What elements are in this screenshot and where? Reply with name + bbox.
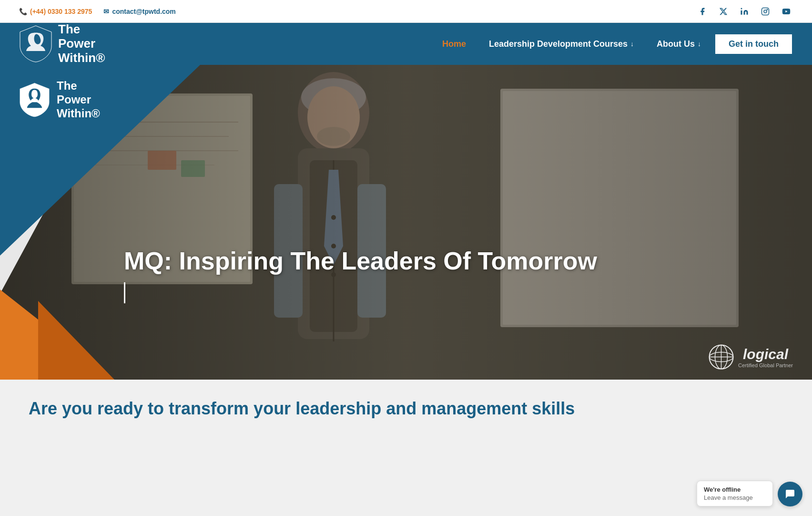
mail-icon: ✉ <box>103 8 109 15</box>
hero-logo: ThePowerWithin® <box>0 65 119 134</box>
text-cursor <box>124 282 125 303</box>
hero-content: MQ: Inspiring The Leaders Of Tomorrow <box>124 248 597 303</box>
nav-links: Home Leadership Development Courses ↓ Ab… <box>433 33 793 55</box>
logical-badge: logical Certified Global Partner <box>708 344 793 370</box>
bottom-heading: Are you ready to transform your leadersh… <box>29 399 575 419</box>
facebook-icon[interactable] <box>696 5 709 18</box>
youtube-icon[interactable] <box>780 5 793 18</box>
svg-point-0 <box>741 8 742 9</box>
nav-about[interactable]: About Us ↓ <box>647 35 710 53</box>
hero-section: ThePowerWithin® MQ: Inspiring The Leader… <box>0 65 812 380</box>
bottom-section: Are you ready to transform your leadersh… <box>0 380 812 438</box>
courses-dropdown-arrow: ↓ <box>630 40 634 48</box>
phone-number: (+44) 0330 133 2975 <box>30 8 92 15</box>
email-link[interactable]: ✉ contact@tpwtd.com <box>103 8 175 15</box>
nav-home[interactable]: Home <box>433 35 476 53</box>
svg-point-3 <box>767 9 768 10</box>
logical-subtitle: Certified Global Partner <box>738 362 793 368</box>
email-address: contact@tpwtd.com <box>112 8 175 15</box>
instagram-icon[interactable] <box>759 5 772 18</box>
contact-info: 📞 (+44) 0330 133 2975 ✉ contact@tpwtd.co… <box>19 8 176 15</box>
svg-point-2 <box>764 10 767 13</box>
social-links <box>696 5 793 18</box>
linkedin-icon[interactable] <box>738 5 751 18</box>
phone-link[interactable]: 📞 (+44) 0330 133 2975 <box>19 8 92 15</box>
top-bar: 📞 (+44) 0330 133 2975 ✉ contact@tpwtd.co… <box>0 0 812 23</box>
logo-text: The Power Within® <box>58 22 105 65</box>
logical-brand: logical <box>738 346 793 362</box>
hero-logo-shield <box>19 82 50 118</box>
hero-title: MQ: Inspiring The Leaders Of Tomorrow <box>124 248 597 275</box>
phone-icon: 📞 <box>19 8 27 15</box>
site-logo[interactable]: The Power Within® <box>19 22 105 65</box>
navigation-bar: The Power Within® Home Leadership Develo… <box>0 23 812 65</box>
x-twitter-icon[interactable] <box>717 5 730 18</box>
logical-globe-icon <box>708 344 734 370</box>
nav-courses[interactable]: Leadership Development Courses ↓ <box>479 35 643 53</box>
hero-logo-text: ThePowerWithin® <box>57 79 100 120</box>
get-in-touch-button[interactable]: Get in touch <box>714 33 793 55</box>
about-dropdown-arrow: ↓ <box>698 40 701 48</box>
svg-rect-1 <box>762 8 769 15</box>
